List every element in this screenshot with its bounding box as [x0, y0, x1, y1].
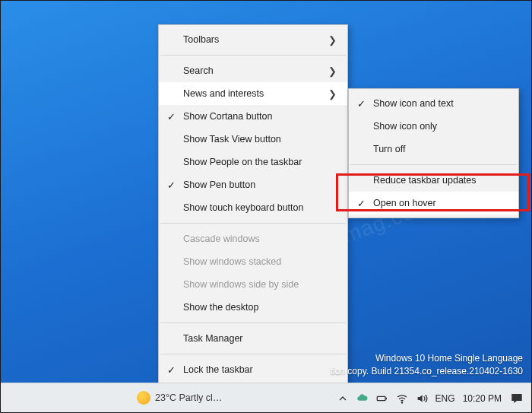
menu-separator: [160, 322, 346, 323]
menu-item-label: Show Task View button: [183, 134, 337, 145]
taskbar-clock[interactable]: 10:20 PM: [463, 393, 502, 404]
menu-item-show-pen-button[interactable]: ✓ Show Pen button: [159, 173, 347, 196]
menu-item-task-manager[interactable]: Task Manager: [159, 327, 347, 350]
menu-item-label: Toolbars: [183, 34, 326, 45]
chevron-right-icon: ❯: [326, 88, 337, 100]
menu-item-label: Search: [183, 65, 326, 76]
check-icon: ✓: [159, 364, 183, 376]
menu-item-show-task-view-button[interactable]: Show Task View button: [159, 128, 347, 151]
menu-item-label: Show the desktop: [183, 302, 337, 313]
chevron-right-icon: ❯: [326, 34, 337, 46]
submenu-item-show-icon-and-text[interactable]: ✓ Show icon and text: [349, 92, 518, 115]
menu-item-show-windows-stacked: Show windows stacked: [159, 250, 347, 273]
submenu-item-turn-off[interactable]: Turn off: [349, 138, 518, 160]
menu-item-label: Show Pen button: [183, 179, 337, 190]
menu-item-show-people-on-taskbar[interactable]: Show People on the taskbar: [159, 151, 347, 173]
tray-chevron-up-icon[interactable]: [337, 392, 349, 405]
action-center-icon[interactable]: [509, 391, 524, 406]
menu-item-label: Show touch keyboard button: [183, 202, 337, 213]
svg-rect-1: [377, 396, 385, 400]
menu-item-label: Cascade windows: [183, 234, 337, 244]
menu-separator: [160, 55, 346, 56]
volume-icon[interactable]: [416, 392, 428, 405]
menu-item-label: Show People on the taskbar: [183, 157, 337, 167]
menu-separator: [350, 164, 517, 165]
menu-item-label: Reduce taskbar updates: [373, 175, 508, 186]
taskbar[interactable]: 23°C Partly cl… ENG 10:20 PM: [0, 383, 532, 413]
system-tray: ENG 10:20 PM: [337, 383, 532, 413]
menu-separator: [160, 354, 346, 354]
submenu-item-show-icon-only[interactable]: Show icon only: [349, 115, 518, 138]
menu-item-label: News and interests: [183, 88, 326, 99]
menu-item-show-touch-keyboard-button[interactable]: Show touch keyboard button: [159, 196, 347, 219]
menu-item-news-and-interests[interactable]: News and interests ❯: [159, 82, 347, 105]
menu-item-label: Show icon only: [373, 121, 508, 132]
menu-item-lock-the-taskbar[interactable]: ✓ Lock the taskbar: [159, 358, 347, 381]
check-icon: ✓: [349, 98, 373, 110]
menu-item-show-windows-side-by-side: Show windows side by side: [159, 273, 347, 296]
weather-text: 23°C Partly cl…: [155, 392, 222, 403]
watermark-line2: tion copy. Build 21354.co_release.210402…: [331, 365, 523, 378]
svg-marker-4: [417, 395, 422, 402]
onedrive-icon[interactable]: [356, 392, 369, 405]
check-icon: ✓: [159, 179, 183, 191]
battery-icon[interactable]: [376, 392, 388, 405]
menu-item-cascade-windows: Cascade windows: [159, 227, 347, 250]
check-icon: ✓: [349, 198, 373, 209]
menu-item-toolbars[interactable]: Toolbars ❯: [159, 28, 347, 51]
menu-item-label: Open on hover: [373, 198, 508, 208]
menu-item-label: Turn off: [373, 144, 508, 154]
windows-build-watermark: Windows 10 Home Single Language tion cop…: [331, 352, 523, 378]
menu-item-label: Task Manager: [183, 333, 337, 344]
wifi-icon[interactable]: [396, 392, 408, 405]
menu-item-label: Lock the taskbar: [183, 364, 337, 375]
menu-item-show-the-desktop[interactable]: Show the desktop: [159, 296, 347, 319]
taskbar-weather[interactable]: 23°C Partly cl…: [131, 383, 228, 413]
check-icon: ✓: [159, 111, 183, 122]
watermark-line1: Windows 10 Home Single Language: [331, 352, 523, 365]
language-indicator[interactable]: ENG: [435, 393, 455, 404]
menu-item-label: Show Cortana button: [183, 111, 337, 122]
menu-item-label: Show windows side by side: [183, 279, 337, 290]
menu-item-show-cortana-button[interactable]: ✓ Show Cortana button: [159, 105, 347, 128]
chevron-right-icon: ❯: [326, 65, 337, 77]
submenu-item-open-on-hover[interactable]: ✓ Open on hover: [349, 192, 518, 214]
menu-item-search[interactable]: Search ❯: [159, 59, 347, 82]
svg-point-3: [401, 402, 402, 402]
weather-sun-icon: [137, 391, 150, 405]
taskbar-context-menu: Toolbars ❯ Search ❯ News and interests ❯…: [158, 24, 348, 408]
menu-separator: [160, 223, 346, 224]
menu-item-label: Show icon and text: [373, 98, 508, 109]
submenu-item-reduce-taskbar-updates[interactable]: Reduce taskbar updates: [349, 169, 518, 192]
news-and-interests-submenu: ✓ Show icon and text Show icon only Turn…: [348, 88, 519, 218]
menu-item-label: Show windows stacked: [183, 256, 337, 267]
